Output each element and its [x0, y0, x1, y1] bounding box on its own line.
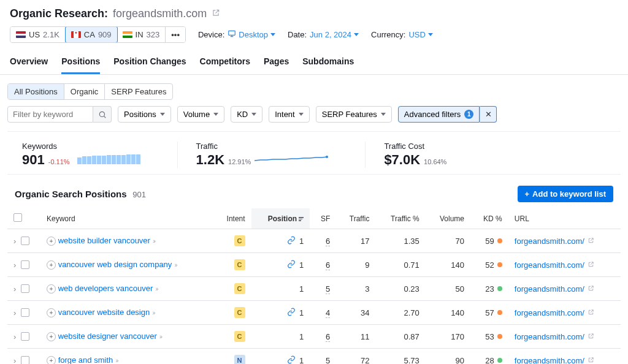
row-checkbox[interactable] [21, 260, 29, 269]
intent-filter-dropdown[interactable]: Intent [269, 106, 310, 123]
currency-dropdown[interactable]: USD [408, 30, 432, 39]
positions-table: Keyword Intent Position SF Traffic Traff… [7, 208, 621, 364]
keyword-search-input[interactable] [7, 106, 93, 123]
seg-organic[interactable]: Organic [64, 84, 105, 99]
col-traffic[interactable]: Traffic [336, 208, 375, 229]
svg-point-1 [99, 112, 104, 116]
advanced-filters-button[interactable]: Advanced filters 1 [398, 106, 480, 123]
tab-overview[interactable]: Overview [10, 53, 48, 74]
date-dropdown[interactable]: Jun 2, 2024 [310, 30, 359, 39]
volume-filter-dropdown[interactable]: Volume [177, 106, 224, 123]
add-keyword-button[interactable]: + [47, 237, 56, 246]
col-kd[interactable]: KD % [470, 208, 508, 229]
tab-positions[interactable]: Positions [61, 53, 100, 74]
flag-ca-icon [71, 31, 81, 38]
add-keyword-button[interactable]: + [47, 284, 56, 294]
expand-row-icon[interactable]: › [13, 356, 16, 365]
col-intent[interactable]: Intent [214, 208, 251, 229]
positions-filter-dropdown[interactable]: Positions [118, 106, 171, 123]
col-keyword[interactable]: Keyword [40, 208, 214, 229]
row-checkbox[interactable] [21, 237, 29, 245]
expand-row-icon[interactable]: › [13, 308, 16, 317]
traffic-value: 3 [336, 277, 375, 301]
serp-feature-link-icon [287, 236, 296, 246]
expand-row-icon[interactable]: › [13, 237, 16, 246]
kd-value: 53 [485, 332, 494, 341]
kd-difficulty-dot [497, 334, 502, 339]
url-link[interactable]: forgeandsmith.com/ [515, 332, 584, 341]
keyword-link[interactable]: website designer vancouver [58, 332, 157, 341]
sf-value[interactable]: 6 [326, 237, 330, 246]
country-pill-ca[interactable]: CA 909 [65, 26, 118, 43]
advanced-filters: Advanced filters 1 ✕ [398, 106, 497, 123]
add-keyword-button[interactable]: + [47, 332, 56, 341]
row-checkbox[interactable] [21, 284, 29, 293]
keywords-sparkline [77, 154, 140, 164]
date-filter: Date: Jun 2, 2024 [288, 30, 359, 39]
tab-competitors[interactable]: Competitors [200, 53, 250, 74]
serp-features-filter-dropdown[interactable]: SERP Features [316, 106, 392, 123]
advanced-filters-clear-button[interactable]: ✕ [480, 106, 497, 123]
external-link-icon[interactable] [588, 332, 594, 341]
position-value: 1 [299, 284, 304, 294]
col-position[interactable]: Position [251, 208, 310, 229]
sf-value[interactable]: 6 [326, 332, 330, 342]
add-to-keyword-list-button[interactable]: + Add to keyword list [518, 186, 614, 202]
external-link-icon[interactable] [588, 356, 594, 365]
url-link[interactable]: forgeandsmith.com/ [515, 260, 584, 270]
external-link-icon[interactable] [588, 260, 594, 270]
add-keyword-button[interactable]: + [47, 260, 56, 270]
position-type-segmented: All Positions Organic SERP Features [7, 83, 173, 100]
url-link[interactable]: forgeandsmith.com/ [515, 356, 584, 365]
external-link-icon[interactable] [212, 9, 220, 19]
intent-badge: C [234, 283, 245, 294]
col-traffic-pct[interactable]: Traffic % [375, 208, 425, 229]
col-sf[interactable]: SF [310, 208, 336, 229]
row-checkbox[interactable] [21, 356, 29, 364]
tab-subdomains[interactable]: Subdomains [302, 53, 354, 74]
add-keyword-button[interactable]: + [47, 308, 56, 317]
country-more-button[interactable]: ••• [166, 27, 185, 42]
external-link-icon[interactable] [588, 308, 594, 317]
table-row: ›+ vancouver website design››C14342.7014… [7, 301, 621, 325]
expand-row-icon[interactable]: › [13, 260, 16, 270]
tab-position-changes[interactable]: Position Changes [113, 53, 186, 74]
expand-row-icon[interactable]: › [13, 332, 16, 341]
flag-in-icon [123, 31, 132, 38]
positions-table-section: Organic Search Positions 901 + Add to ke… [0, 175, 628, 364]
device-dropdown[interactable]: Desktop [228, 29, 275, 40]
seg-serp-features[interactable]: SERP Features [105, 84, 172, 99]
url-link[interactable]: forgeandsmith.com/ [515, 237, 584, 246]
select-all-checkbox[interactable] [13, 213, 22, 222]
keyword-link[interactable]: web developers vancouver [58, 284, 153, 293]
keyword-link[interactable]: forge and smith [58, 355, 113, 364]
tab-pages[interactable]: Pages [264, 53, 289, 74]
chevron-down-icon [251, 113, 256, 116]
sf-value[interactable]: 5 [326, 356, 330, 365]
add-keyword-button[interactable]: + [47, 356, 56, 364]
country-pill-us[interactable]: US 2.1K [10, 27, 66, 42]
sf-value[interactable]: 6 [326, 260, 330, 270]
row-checkbox[interactable] [21, 332, 29, 341]
external-link-icon[interactable] [588, 237, 594, 246]
keyword-link[interactable]: vancouver website design [58, 308, 150, 317]
traffic-value: 11 [336, 325, 375, 349]
page-title-domain[interactable]: forgeandsmith.com [113, 7, 207, 20]
traffic-pct-value: 0.71 [375, 253, 425, 277]
row-checkbox[interactable] [21, 308, 29, 317]
seg-all-positions[interactable]: All Positions [8, 84, 64, 99]
keyword-link[interactable]: website builder vancouver [58, 236, 150, 245]
col-volume[interactable]: Volume [426, 208, 470, 229]
expand-row-icon[interactable]: › [13, 284, 16, 294]
kd-filter-dropdown[interactable]: KD [231, 106, 262, 123]
sf-value[interactable]: 5 [326, 284, 330, 294]
keyword-search-button[interactable] [93, 106, 112, 123]
url-link[interactable]: forgeandsmith.com/ [515, 284, 584, 294]
col-url[interactable]: URL [508, 208, 621, 229]
sf-value[interactable]: 4 [326, 308, 330, 318]
keyword-link[interactable]: vancouver web design company [58, 260, 172, 269]
external-link-icon[interactable] [588, 284, 594, 294]
url-link[interactable]: forgeandsmith.com/ [515, 308, 584, 317]
nav-tabs: Overview Positions Position Changes Comp… [0, 49, 628, 75]
country-pill-in[interactable]: IN 323 [117, 27, 166, 42]
